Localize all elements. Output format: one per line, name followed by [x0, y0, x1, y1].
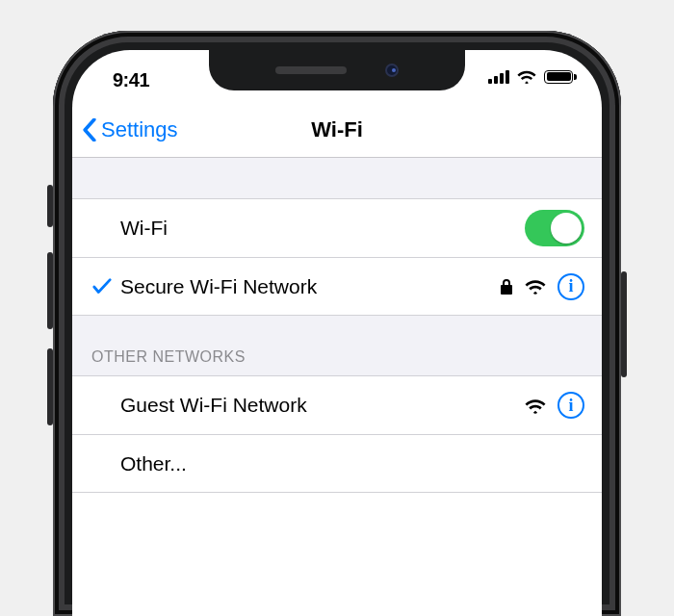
back-button[interactable]: Settings: [82, 102, 178, 157]
connected-network-row[interactable]: Secure Wi-Fi Network i: [72, 257, 602, 315]
wifi-signal-icon: [525, 398, 546, 414]
chevron-left-icon: [82, 118, 97, 141]
lock-icon: [500, 278, 513, 295]
connected-network-name: Secure Wi-Fi Network: [120, 275, 500, 298]
other-networks-header: OTHER NETWORKS: [72, 316, 602, 375]
wifi-toggle-row[interactable]: Wi-Fi: [72, 199, 602, 257]
wifi-toggle-label: Wi-Fi: [120, 217, 525, 240]
front-camera: [385, 64, 399, 77]
side-button: [621, 271, 627, 377]
navigation-bar: Settings Wi-Fi: [72, 102, 602, 158]
page-title: Wi-Fi: [311, 117, 363, 142]
wifi-group: Wi-Fi Secure Wi-Fi Network: [72, 198, 602, 316]
screen: 9:41 Settings Wi-Fi: [72, 50, 602, 616]
checkmark-icon: [91, 276, 120, 297]
back-label: Settings: [101, 117, 178, 142]
other-networks-group: Guest Wi-Fi Network i Other...: [72, 375, 602, 493]
status-indicators: [488, 69, 573, 84]
speaker-grille: [275, 66, 347, 74]
network-row-other[interactable]: Other...: [72, 434, 602, 492]
wifi-signal-icon: [525, 278, 546, 295]
network-row-guest[interactable]: Guest Wi-Fi Network i: [72, 376, 602, 434]
info-button[interactable]: i: [557, 273, 584, 300]
silence-switch: [47, 185, 53, 227]
battery-icon: [544, 70, 573, 84]
other-network-label: Other...: [120, 452, 584, 475]
notch: [209, 50, 465, 90]
volume-up-button: [47, 252, 53, 329]
volume-down-button: [47, 348, 53, 425]
cellular-signal-icon: [488, 69, 509, 84]
clock: 9:41: [113, 69, 149, 91]
settings-content: Wi-Fi Secure Wi-Fi Network: [72, 158, 602, 493]
info-button[interactable]: i: [557, 392, 584, 419]
network-name: Guest Wi-Fi Network: [120, 394, 525, 417]
wifi-switch[interactable]: [525, 210, 584, 246]
wifi-status-icon: [517, 69, 536, 84]
phone-frame: 9:41 Settings Wi-Fi: [53, 31, 621, 616]
